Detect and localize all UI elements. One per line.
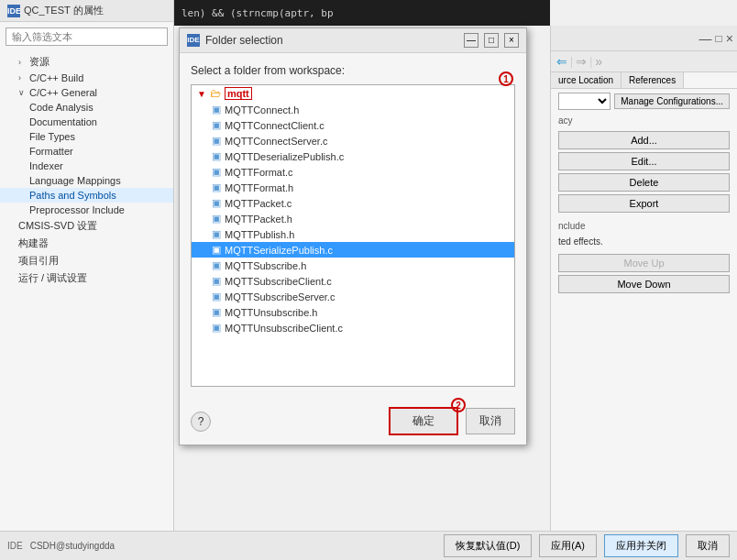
file-icon: ▣	[212, 135, 221, 147]
folder-selection-dialog: IDE Folder selection — □ × Select a fold…	[179, 27, 527, 445]
close-icon[interactable]: ×	[726, 31, 733, 46]
file-item-4[interactable]: ▣ MQTTFormat.c	[192, 164, 514, 180]
file-name: MQTTSubscribeClient.c	[225, 276, 332, 287]
sidebar-item-builder[interactable]: 构建器	[0, 235, 173, 252]
file-name: MQTTFormat.c	[225, 167, 293, 178]
file-item-2[interactable]: ▣ MQTTConnectServer.c	[192, 133, 514, 148]
apply-button[interactable]: 应用(A)	[539, 534, 597, 557]
right-panel-header: — □ ×	[551, 26, 737, 51]
delete-button[interactable]: Delete	[558, 173, 730, 192]
step2-ok-container: 2 确定	[389, 407, 458, 435]
left-tree: › 资源 › C/C++ Build ∨ C/C++ General Code …	[0, 51, 173, 289]
restore-defaults-button[interactable]: 恢复默认值(D)	[444, 534, 532, 557]
bottom-bar: IDE CSDH@studyingdda 恢复默认值(D) 应用(A) 应用并关…	[0, 531, 737, 560]
sidebar-item-cmsis-svd[interactable]: CMSIS-SVD 设置	[0, 217, 173, 235]
nav-icon[interactable]: »	[595, 54, 602, 69]
sidebar-item-project-ref[interactable]: 项目引用	[0, 252, 173, 269]
move-down-button[interactable]: Move Down	[558, 275, 730, 293]
sidebar-item-label: 构建器	[18, 236, 49, 250]
file-name: MQTTPublish.h	[225, 229, 294, 240]
restore-icon[interactable]: □	[716, 32, 722, 45]
cancel-button[interactable]: 取消	[686, 534, 730, 557]
sidebar-item-cpp-build[interactable]: › C/C++ Build	[0, 71, 173, 85]
sidebar-item-label: 项目引用	[18, 254, 59, 268]
dialog-restore-button[interactable]: □	[484, 33, 499, 48]
move-up-button[interactable]: Move Up	[558, 254, 730, 272]
step1-badge: 1	[499, 71, 513, 86]
file-tree[interactable]: ▼ 🗁 mqtt ▣ MQTTConnect.h ▣ MQTTConnectCl…	[191, 84, 515, 387]
help-button[interactable]: ?	[191, 412, 211, 432]
file-item-12[interactable]: ▣ MQTTSubscribeServer.c	[192, 289, 514, 304]
step1-container: 1 ▼ 🗁 mqtt ▣ MQTTConnect.h ▣ MQTTConnect…	[191, 84, 515, 387]
sidebar-item-label: C/C++ General	[29, 87, 97, 98]
sidebar-item-cpp-general[interactable]: ∨ C/C++ General	[0, 85, 173, 100]
file-name: MQTTSubscribe.h	[225, 260, 306, 271]
file-icon: ▣	[212, 244, 221, 256]
file-item-10[interactable]: ▣ MQTTSubscribe.h	[192, 258, 514, 273]
tab-references[interactable]: References	[622, 72, 684, 88]
sidebar-item-label: Preprocessor Include	[29, 204, 125, 215]
dialog-body: Select a folder from workspace: 1 ▼ 🗁 mq…	[180, 53, 526, 398]
sidebar-item-formatter[interactable]: Formatter	[0, 144, 173, 159]
sidebar-item-preprocessor-include[interactable]: Preprocessor Include	[0, 203, 173, 217]
file-name: MQTTConnectServer.c	[225, 136, 327, 147]
separator: |	[570, 55, 573, 68]
sidebar-item-resources[interactable]: › 资源	[0, 53, 173, 71]
search-input[interactable]	[6, 27, 168, 46]
file-icon: ▣	[212, 213, 221, 225]
file-name: MQTTPacket.c	[225, 198, 292, 209]
sidebar-item-code-analysis[interactable]: Code Analysis	[0, 100, 173, 115]
sidebar-item-documentation[interactable]: Documentation	[0, 115, 173, 129]
file-item-5[interactable]: ▣ MQTTFormat.h	[192, 180, 514, 195]
sidebar-item-label: Formatter	[29, 146, 73, 157]
apply-close-button[interactable]: 应用并关闭	[604, 534, 678, 557]
sidebar-item-run-debug[interactable]: 运行 / 调试设置	[0, 269, 173, 287]
file-item-3[interactable]: ▣ MQTTDeserializePublish.c	[192, 148, 514, 164]
ok-button[interactable]: 确定	[389, 407, 458, 435]
file-item-9[interactable]: ▣ MQTTSerializePublish.c	[192, 242, 514, 258]
right-panel: — □ × ⇐ | ⇒ | » urce Location References…	[550, 26, 737, 533]
file-item-11[interactable]: ▣ MQTTSubscribeClient.c	[192, 273, 514, 289]
sidebar-item-indexer[interactable]: Indexer	[0, 159, 173, 173]
config-select[interactable]	[558, 93, 610, 110]
manage-configs-button[interactable]: Manage Configurations...	[614, 93, 730, 109]
dialog-close-button[interactable]: ×	[504, 33, 519, 48]
add-button[interactable]: Add...	[558, 131, 730, 149]
file-item-14[interactable]: ▣ MQTTUnsubscribeClient.c	[192, 320, 514, 335]
sidebar-item-paths-and-symbols[interactable]: Paths and Symbols	[0, 188, 173, 203]
export-button[interactable]: Export	[558, 194, 730, 213]
include-label: nclude	[551, 219, 737, 233]
edit-button[interactable]: Edit...	[558, 152, 730, 170]
file-icon: ▣	[212, 104, 221, 115]
file-icon: ▣	[212, 306, 221, 318]
left-panel-heading: QC_TEST 的属性	[24, 4, 104, 17]
file-name: MQTTFormat.h	[225, 182, 293, 193]
left-panel-title: IDE QC_TEST 的属性	[0, 0, 173, 22]
file-name: MQTTUnsubscribe.h	[225, 307, 317, 318]
sidebar-item-language-mappings[interactable]: Language Mappings	[0, 173, 173, 188]
file-item-13[interactable]: ▣ MQTTUnsubscribe.h	[192, 304, 514, 320]
sidebar-item-label: Code Analysis	[29, 102, 94, 113]
file-icon: ▣	[212, 150, 221, 162]
file-item-7[interactable]: ▣ MQTTPacket.h	[192, 211, 514, 226]
root-folder-item[interactable]: ▼ 🗁 mqtt	[192, 85, 514, 102]
forward-icon[interactable]: ⇒	[576, 54, 587, 69]
dialog-minimize-button[interactable]: —	[464, 33, 478, 48]
dialog-titlebar: IDE Folder selection — □ ×	[180, 28, 526, 53]
tab-source-location[interactable]: urce Location	[551, 72, 622, 88]
minimize-icon[interactable]: —	[699, 31, 712, 46]
arrow-icon: ›	[18, 73, 26, 82]
sidebar-item-file-types[interactable]: File Types	[0, 129, 173, 144]
file-item-0[interactable]: ▣ MQTTConnect.h	[192, 102, 514, 117]
file-name: MQTTDeserializePublish.c	[225, 151, 344, 162]
file-item-8[interactable]: ▣ MQTTPublish.h	[192, 226, 514, 242]
back-icon[interactable]: ⇐	[556, 54, 567, 69]
ide-icon: IDE	[7, 5, 20, 17]
file-item-1[interactable]: ▣ MQTTConnectClient.c	[192, 117, 514, 133]
file-item-6[interactable]: ▣ MQTTPacket.c	[192, 195, 514, 211]
move-buttons: Move Up Move Down	[551, 250, 737, 300]
dialog-cancel-button[interactable]: 取消	[466, 408, 515, 434]
file-name: MQTTUnsubscribeClient.c	[225, 323, 343, 334]
file-icon: ▣	[212, 197, 221, 209]
sidebar-item-label: File Types	[29, 131, 75, 142]
